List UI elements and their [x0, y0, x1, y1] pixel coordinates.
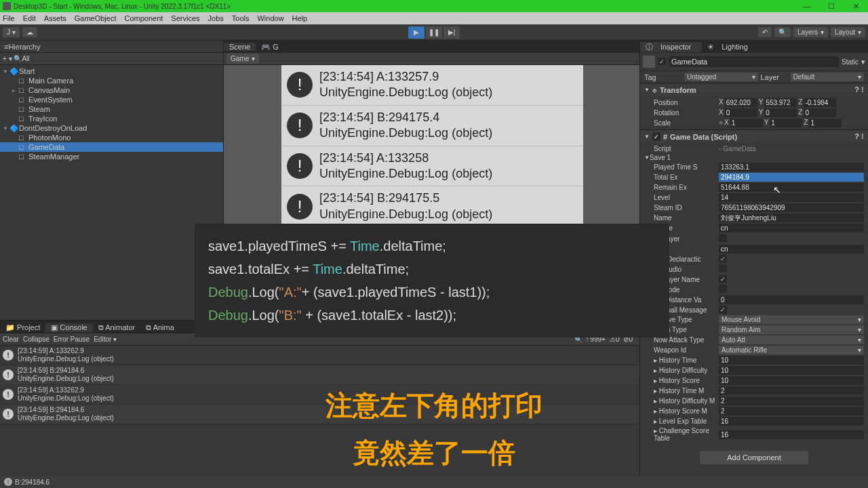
toolbar: J ▾ ☁ ▶ ❚❚ ▶| ↶ 🔍 Layers▾ Layout▾ [0, 24, 868, 41]
hierarchy-tab[interactable]: ≡ Hierarchy [0, 41, 223, 53]
checkbox[interactable]: ✓ [719, 255, 727, 263]
menu-help[interactable]: Help [292, 14, 308, 22]
checkbox[interactable] [719, 285, 727, 293]
object-name-input[interactable] [669, 56, 839, 67]
prop-input[interactable] [719, 386, 864, 395]
rot-z[interactable] [804, 108, 836, 117]
prop-input[interactable] [719, 163, 864, 171]
layer-dropdown[interactable]: Default▾ [791, 73, 865, 81]
prop-input[interactable] [719, 173, 864, 182]
rot-x[interactable] [725, 108, 757, 117]
checkbox[interactable]: ✓ [719, 306, 727, 314]
console-log[interactable]: ![23:14:59] A:133262.9UnityEngine.Debug:… [0, 346, 639, 365]
menu-gameobject[interactable]: GameObject [75, 14, 117, 22]
dropdown[interactable]: Random Aim▾ [719, 325, 864, 334]
console-log[interactable]: ![23:14:59] A:133262.9UnityEngine.Debug:… [0, 385, 639, 405]
pos-z[interactable] [804, 98, 836, 107]
prop-input[interactable] [719, 224, 864, 232]
active-checkbox[interactable]: ✓ [658, 58, 666, 66]
play-button[interactable]: ▶ [408, 26, 425, 39]
checkbox[interactable] [719, 234, 727, 242]
scl-y[interactable] [770, 119, 802, 127]
prop-input[interactable] [719, 183, 864, 192]
console-editor▾[interactable]: Editor ▾ [94, 336, 117, 343]
menu-tools[interactable]: Tools [232, 14, 250, 22]
dropdown[interactable]: Auto Att▾ [719, 336, 864, 344]
tree-item-maincamera[interactable]: □Main Camera [0, 76, 223, 85]
console-collapse[interactable]: Collapse [23, 336, 50, 343]
menu-window[interactable]: Window [257, 14, 283, 22]
tree-item-trayicon[interactable]: □TrayIcon [0, 114, 223, 123]
gamedata-header[interactable]: ▼✓ # Game Data (Script)? ⁝ [640, 130, 868, 143]
prop-input[interactable] [719, 214, 864, 222]
scene-tab[interactable]: Scene [224, 43, 256, 51]
menu-edit[interactable]: Edit [23, 14, 36, 22]
maximize-button[interactable]: ☐ [822, 2, 841, 11]
info-icon: ! [287, 72, 313, 98]
tab-animator[interactable]: ⧉ Animator [93, 323, 140, 332]
cloud-button[interactable]: ☁ [22, 27, 37, 37]
tree-item-canvasmain[interactable]: ▸□CanvasMain [0, 85, 223, 95]
pause-button[interactable]: ❚❚ [426, 26, 442, 39]
close-button[interactable]: ✕ [846, 2, 865, 11]
game-dropdown[interactable]: Game▾ [226, 54, 259, 64]
add-component-button[interactable]: Add Component [700, 451, 808, 464]
checkbox[interactable]: ✓ [719, 275, 727, 283]
console-log[interactable]: ![23:14:59] B:294184.6UnityEngine.Debug:… [0, 365, 639, 385]
console-log[interactable]: ![23:14:59] B:294184.6UnityEngine.Debug:… [0, 405, 639, 424]
scl-z[interactable] [809, 119, 842, 127]
inspector-tab[interactable]: ⓘ Inspector [640, 42, 702, 52]
prop-input[interactable] [719, 407, 864, 415]
menu-services[interactable]: Services [171, 14, 199, 22]
transform-header[interactable]: ▼⟐ Transform? ⁝ [640, 83, 868, 96]
prop-input[interactable] [719, 203, 864, 212]
prop-input[interactable] [719, 417, 864, 426]
dropdown[interactable]: Automatic Rifle▾ [719, 346, 864, 354]
prop-input[interactable] [719, 245, 864, 253]
menu-jobs[interactable]: Jobs [208, 14, 224, 22]
step-button[interactable]: ▶| [443, 26, 460, 39]
menu-component[interactable]: Component [124, 14, 163, 22]
tree-item-eventsystem[interactable]: □EventSystem [0, 95, 223, 104]
tag-dropdown[interactable]: Untagged▾ [684, 73, 758, 81]
menu-file[interactable]: File [3, 14, 15, 22]
prop-input[interactable] [719, 296, 864, 304]
minimize-button[interactable]: — [797, 2, 816, 11]
prop-history-score-m: ▸ History Score M [640, 406, 868, 416]
dropdown[interactable]: Mouse Avoid▾ [719, 315, 864, 324]
tree-item-dontdestroyonload[interactable]: ▼🔷DontDestroyOnLoad [0, 123, 223, 133]
tree-item-steam[interactable]: □Steam [0, 104, 223, 114]
lighting-tab[interactable]: ☀ Lighting [702, 43, 759, 52]
scl-x[interactable] [730, 119, 763, 127]
prop-input[interactable] [719, 396, 864, 405]
console-clear[interactable]: Clear [3, 336, 19, 343]
tab-console[interactable]: ▣ Console [45, 323, 92, 332]
prop-input[interactable] [719, 366, 864, 375]
rot-y[interactable] [764, 108, 797, 117]
checkbox[interactable] [719, 264, 727, 272]
menu-assets[interactable]: Assets [44, 14, 66, 22]
console-errorpause[interactable]: Error Pause [54, 336, 90, 343]
prop-history-difficulty: ▸ History Difficulty [640, 365, 868, 375]
game-tab[interactable]: 🎮 G [256, 43, 284, 52]
hierarchy-search[interactable]: + ▾ 🔍 All [0, 53, 223, 65]
prop-input[interactable] [719, 376, 864, 385]
tree-item-steammanager[interactable]: □SteamManager [0, 152, 223, 161]
prop-input[interactable] [719, 193, 864, 202]
pos-x[interactable] [725, 98, 757, 107]
prop-input[interactable] [719, 356, 864, 365]
tab-project[interactable]: 📁 Project [0, 323, 45, 332]
tab-anima[interactable]: ⧉ Anima [140, 323, 180, 332]
search-icon[interactable]: 🔍 [774, 27, 791, 37]
pos-y[interactable] [764, 98, 797, 107]
prop-input[interactable] [719, 430, 864, 439]
tree-item-gamedata[interactable]: □GameData [0, 142, 223, 152]
tree-item-start[interactable]: ▼🔷Start [0, 66, 223, 76]
layout-dropdown[interactable]: Layout▾ [831, 27, 865, 37]
account-button[interactable]: J ▾ [3, 27, 20, 37]
tree-item-photonmono[interactable]: □PhotonMono [0, 133, 223, 142]
undo-history-icon[interactable]: ↶ [758, 27, 772, 37]
gameobject-icon[interactable] [643, 56, 655, 68]
static-label[interactable]: Static [842, 58, 859, 66]
layers-dropdown[interactable]: Layers▾ [793, 27, 828, 37]
